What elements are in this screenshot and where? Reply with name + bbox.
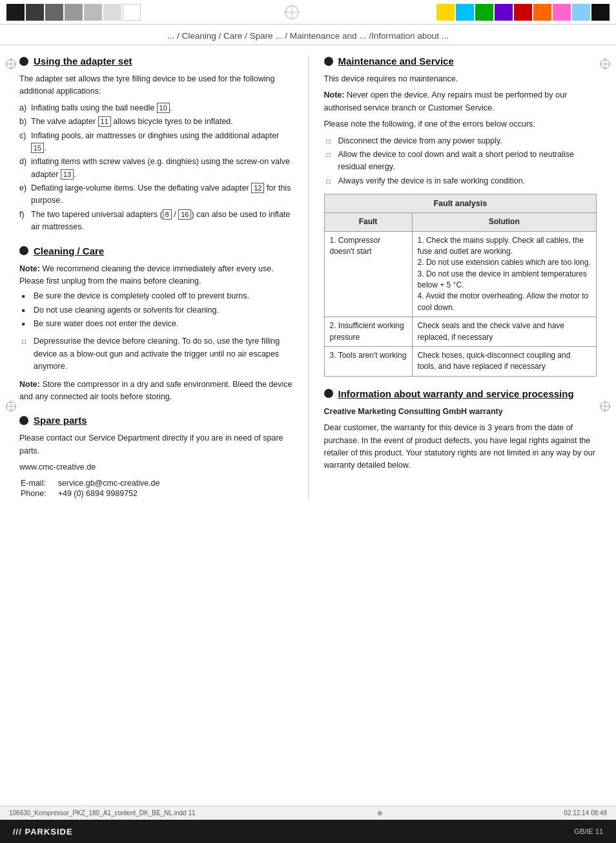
list-item: Be sure water does not enter the device.: [22, 318, 293, 330]
spare-parts-heading: Spare parts: [19, 415, 293, 426]
bullet-cleaning: [19, 246, 28, 255]
maintenance-service-title: Maintenance and Service: [338, 56, 454, 67]
spare-parts-website: www.cmc-creative.de: [19, 461, 293, 474]
adapter-list: a) Inflating balls using the ball needle…: [19, 102, 293, 234]
page: ... / Cleaning / Care / Spare ... / Main…: [0, 0, 616, 843]
solution-cell: Check seals and the check valve and have…: [412, 317, 596, 347]
color-block-red: [514, 4, 532, 21]
cleaning-care-title: Cleaning / Care: [34, 245, 104, 256]
left-column: Using the adapter set The adapter set al…: [19, 56, 309, 499]
cleaning-note2-bold: Note:: [19, 380, 40, 389]
maintenance-text1: This device requires no maintenance.: [324, 73, 597, 85]
color-block-ltblue: [572, 4, 590, 21]
color-blocks-left: [6, 4, 141, 21]
fault-cell: 3. Tools aren't working: [324, 347, 412, 377]
print-crosshair: ⊕: [377, 809, 382, 817]
cleaning-open-list: Depressurise the device before cleaning.…: [22, 335, 293, 373]
fault-cell: 2. Insufficient working pressure: [324, 317, 412, 347]
bullet-warranty: [324, 389, 333, 398]
cleaning-care-heading: Cleaning / Care: [19, 245, 293, 256]
fault-table: Fault analysis Fault Solution 1. Compres…: [324, 194, 597, 377]
spare-parts-text: Please contact our Service Department di…: [19, 432, 293, 457]
list-item: e) Deflating large-volume items. Use the…: [19, 182, 293, 207]
maintenance-note-text: Never open the device. Any repairs must …: [324, 90, 568, 112]
color-block-gray1: [45, 4, 63, 21]
footer-page-info: GB/IE 11: [574, 827, 603, 835]
top-color-bar: [0, 0, 616, 25]
right-column: Maintenance and Service This device requ…: [309, 56, 597, 499]
using-adapter-heading: Using the adapter set: [19, 56, 293, 67]
cleaning-note: Note: We recommend cleaning the device i…: [19, 263, 293, 288]
using-adapter-intro: The adapter set allows the tyre filling …: [19, 73, 293, 98]
color-block-black2: [26, 4, 44, 21]
print-bar: 106630_Kompressor_PKZ_180_A1_content_DK_…: [0, 806, 616, 820]
bullet-using-adapter: [19, 57, 28, 66]
warranty-text: Dear customer, the warranty for this dev…: [324, 422, 597, 472]
phone-label: Phone:: [21, 489, 57, 498]
maintenance-note: Note: Never open the device. Any repairs…: [324, 89, 597, 114]
solution-cell: Check hoses, quick-disconnect coupling a…: [412, 347, 596, 377]
warranty-heading: Information about warranty and service p…: [324, 388, 597, 399]
fault-analysis-header: Fault analysis: [324, 194, 597, 213]
warranty-subheading: Creative Marketing Consulting GmbH warra…: [324, 406, 597, 418]
color-block-cyan: [456, 4, 474, 21]
solution-cell: 1. Check the mains supply. Check all cab…: [412, 231, 596, 317]
maintenance-text2: Please note the following, if one of the…: [324, 118, 597, 130]
list-item: Disconnect the device from any power sup…: [327, 135, 597, 147]
maintenance-list: Disconnect the device from any power sup…: [327, 135, 597, 188]
footer-brand: /// PARKSIDE: [13, 827, 73, 837]
color-block-orange: [533, 4, 551, 21]
fault-col-header: Fault: [324, 213, 412, 231]
cleaning-care-section: Cleaning / Care Note: We recommend clean…: [19, 245, 293, 404]
spare-parts-title: Spare parts: [34, 415, 87, 426]
cleaning-note2-text: Store the compressor in a dry and safe e…: [19, 380, 292, 401]
color-block-gray4: [103, 4, 121, 21]
email-value: service.gb@cmc-creative.de: [58, 479, 160, 488]
color-block-gray3: [84, 4, 102, 21]
warranty-title: Information about warranty and service p…: [338, 388, 574, 399]
brand-logo: /// PARKSIDE: [13, 827, 73, 837]
fault-cell: 1. Compressor doesn't start: [324, 231, 412, 317]
list-item: d) inflating items with screw valves (e.…: [19, 156, 293, 181]
solution-col-header: Solution: [412, 213, 596, 231]
color-block-yellow: [436, 4, 455, 21]
cleaning-note2: Note: Store the compressor in a dry and …: [19, 379, 293, 404]
crosshair-top-center: [147, 5, 436, 20]
crosshair-right-top: [599, 58, 611, 72]
cleaning-note-bold: Note:: [19, 264, 40, 273]
spare-parts-contact: E-mail: service.gb@cmc-creative.de Phone…: [19, 477, 161, 499]
maintenance-note-bold: Note:: [324, 90, 345, 99]
main-content: Using the adapter set The adapter set al…: [0, 45, 616, 510]
print-filename: 106630_Kompressor_PKZ_180_A1_content_DK_…: [9, 809, 196, 817]
color-block-white: [123, 4, 141, 21]
color-blocks-right: [436, 4, 610, 21]
list-item: Do not use cleaning agents or solvents f…: [22, 304, 293, 317]
email-label: E-mail:: [21, 479, 57, 488]
list-item: Allow the device to cool down and wait a…: [327, 149, 597, 174]
page-footer: /// PARKSIDE GB/IE 11: [0, 820, 616, 843]
color-block-black1: [6, 4, 25, 21]
color-block-gray2: [65, 4, 83, 21]
list-item: Depressurise the device before cleaning.…: [22, 335, 293, 373]
list-item: f) The two tapered universal adapters (8…: [19, 209, 293, 234]
table-row: 1. Compressor doesn't start 1. Check the…: [324, 231, 597, 317]
list-item: b) The valve adapter 11 allows bicycle t…: [19, 116, 293, 128]
phone-value: +49 (0) 6894 9989752: [58, 489, 160, 498]
color-block-pink: [553, 4, 571, 21]
cleaning-bullet-list: Be sure the device is completely cooled …: [22, 290, 293, 330]
list-item: Always verify the device is in safe work…: [327, 175, 597, 187]
crosshair-right-mid: [599, 401, 611, 414]
using-adapter-title: Using the adapter set: [34, 56, 132, 67]
crosshair-left-mid: [5, 401, 17, 414]
breadcrumb: ... / Cleaning / Care / Spare ... / Main…: [0, 25, 616, 45]
color-block-green: [475, 4, 493, 21]
spare-parts-section: Spare parts Please contact our Service D…: [19, 415, 293, 499]
bullet-spare: [19, 416, 28, 425]
maintenance-service-heading: Maintenance and Service: [324, 56, 597, 67]
color-block-violet: [495, 4, 513, 21]
maintenance-service-section: Maintenance and Service This device requ…: [324, 56, 597, 377]
cleaning-note-text: We recommend cleaning the device immedia…: [19, 264, 274, 286]
bullet-maintenance: [324, 57, 333, 66]
table-row: 3. Tools aren't working Check hoses, qui…: [324, 347, 597, 377]
list-item: a) Inflating balls using the ball needle…: [19, 102, 293, 114]
